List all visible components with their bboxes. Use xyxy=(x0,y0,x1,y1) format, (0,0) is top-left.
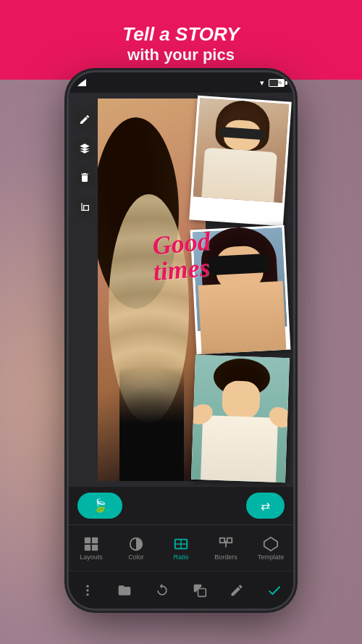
svg-rect-2 xyxy=(85,544,90,550)
menu-button[interactable] xyxy=(73,576,102,605)
svg-rect-8 xyxy=(220,538,224,542)
color-icon xyxy=(128,536,144,552)
svg-point-13 xyxy=(86,589,88,591)
status-bar: ▾ 59% xyxy=(69,72,293,93)
teal-action-bar: 🍃 ⇄ xyxy=(69,487,293,524)
photo-girl-content-1 xyxy=(193,98,289,203)
svg-rect-1 xyxy=(92,537,98,543)
template-icon xyxy=(263,536,279,552)
pencil-button[interactable] xyxy=(222,576,251,605)
svg-marker-11 xyxy=(264,537,277,550)
tool-layouts[interactable]: Layouts xyxy=(69,536,114,561)
shuffle-button[interactable]: ⇄ xyxy=(246,493,285,519)
polaroid-photo-1[interactable] xyxy=(189,96,292,227)
layouts-label: Layouts xyxy=(80,553,103,561)
tool-borders[interactable]: Borders xyxy=(203,536,248,561)
delete-tool-button[interactable] xyxy=(73,166,96,189)
promo-banner: Tell a STORY with your pics xyxy=(0,0,362,80)
battery-icon: 59% xyxy=(269,79,285,87)
svg-rect-3 xyxy=(92,544,98,550)
tool-ratio[interactable]: Ratio xyxy=(159,536,203,561)
banner-line2: with your pics xyxy=(127,46,235,64)
filter-button[interactable]: 🍃 xyxy=(77,493,122,519)
borders-label: Borders xyxy=(214,553,237,561)
bottom-toolbar: Layouts Color Ratio Borders xyxy=(69,524,293,571)
wifi-icon: ▾ xyxy=(260,78,264,88)
battery-text: 59% xyxy=(269,80,285,85)
layers-tool-button[interactable] xyxy=(73,137,96,160)
edit-tool-button[interactable] xyxy=(73,108,96,131)
polaroid-inner-2 xyxy=(193,227,287,331)
signal-icon xyxy=(77,79,86,86)
svg-rect-15 xyxy=(198,588,206,596)
tool-color[interactable]: Color xyxy=(114,536,159,561)
photo-girl-content-3 xyxy=(194,357,287,459)
polaroid-inner-3 xyxy=(194,357,287,459)
svg-rect-9 xyxy=(227,538,232,542)
template-label: Template xyxy=(258,553,285,561)
svg-point-12 xyxy=(86,585,88,587)
folder-button[interactable] xyxy=(110,576,139,605)
ratio-icon xyxy=(173,536,189,552)
photo-girl-content-2 xyxy=(193,227,287,331)
app-area: Good times 🍃 xyxy=(69,93,293,609)
tool-template[interactable]: Template xyxy=(248,536,293,561)
borders-icon xyxy=(218,536,234,552)
svg-point-14 xyxy=(86,593,88,595)
confirm-button[interactable] xyxy=(260,576,289,605)
right-photo-column xyxy=(193,99,287,481)
crop-tool-button[interactable] xyxy=(73,195,96,218)
layouts-icon xyxy=(83,536,99,552)
copy-button[interactable] xyxy=(185,576,214,605)
color-label: Color xyxy=(128,553,144,561)
filter-icon: 🍃 xyxy=(92,498,108,514)
action-bar xyxy=(69,571,293,609)
polaroid-photo-3[interactable] xyxy=(191,355,290,482)
banner-line1: Tell a STORY xyxy=(122,23,239,46)
polaroid-photo-2[interactable] xyxy=(190,225,290,355)
phone-device: ▾ 59% xyxy=(69,72,293,609)
rotate-button[interactable] xyxy=(148,576,177,605)
shuffle-icon: ⇄ xyxy=(261,499,270,513)
left-toolbar xyxy=(69,104,101,222)
status-right: ▾ 59% xyxy=(260,78,285,88)
photo-main-left[interactable] xyxy=(98,99,206,481)
svg-rect-0 xyxy=(85,537,90,543)
canvas-area[interactable]: Good times xyxy=(69,93,293,487)
polaroid-inner-1 xyxy=(193,98,289,203)
ratio-label: Ratio xyxy=(173,553,188,561)
